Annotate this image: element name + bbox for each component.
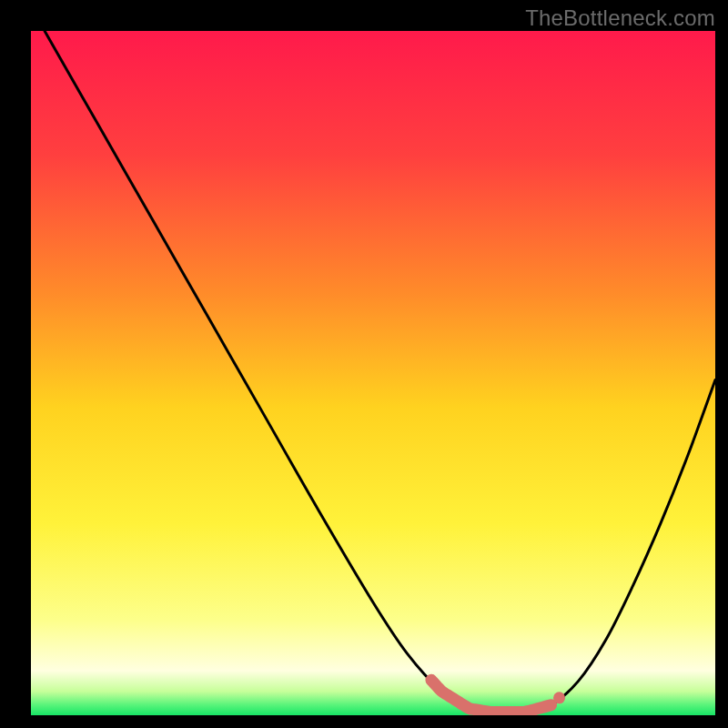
optimal-range-marker xyxy=(553,692,565,703)
bottleneck-chart xyxy=(0,0,728,728)
chart-container: TheBottleneck.com xyxy=(0,0,728,728)
chart-background-gradient xyxy=(31,31,715,715)
attribution-text: TheBottleneck.com xyxy=(525,5,715,31)
